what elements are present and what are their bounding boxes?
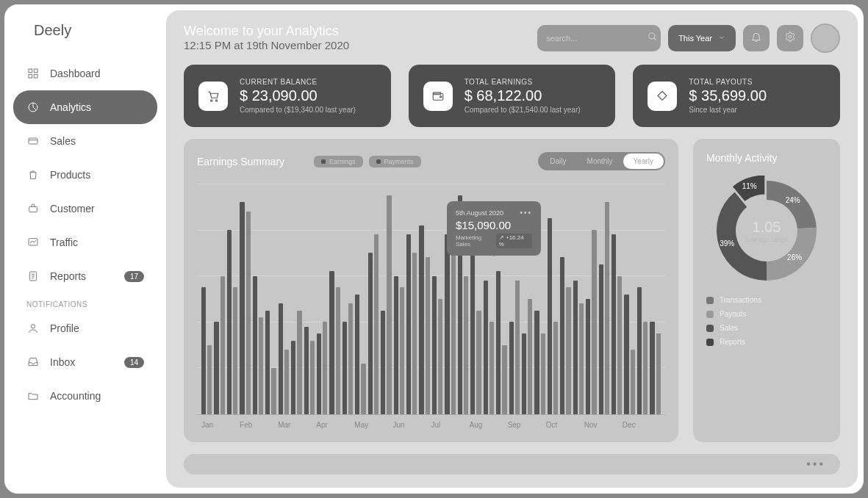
earnings-panel: Earnings Summary EarningsPayments DailyM… <box>184 139 678 442</box>
settings-button[interactable] <box>777 25 803 51</box>
donut-slice-label: 26% <box>787 253 802 261</box>
bar-group <box>432 184 442 414</box>
bar-group <box>419 184 429 414</box>
sidebar-item-label: Products <box>50 169 90 181</box>
bar-group <box>406 184 417 414</box>
bar-group <box>368 184 379 414</box>
sidebar-item-label: Traffic <box>50 237 78 248</box>
x-axis-label: Jul <box>431 421 469 429</box>
svg-rect-7 <box>29 206 37 212</box>
svg-rect-0 <box>29 69 32 73</box>
inbox-icon <box>26 356 40 369</box>
earnings-bar-chart: 5th August 2020 ••• $15,090.00 Marketing… <box>197 184 665 429</box>
sidebar-item-customer[interactable]: Customer <box>13 192 157 225</box>
chart-icon <box>26 236 40 249</box>
chevron-down-icon <box>718 34 725 43</box>
sidebar-item-analytics[interactable]: Analytics <box>13 90 157 124</box>
bar-group <box>394 184 404 414</box>
svg-rect-5 <box>29 138 37 144</box>
sidebar-item-inbox[interactable]: Inbox14 <box>13 345 157 379</box>
stat-value: $ 35,699.00 <box>689 87 767 104</box>
stat-value: $ 68,122.00 <box>465 87 581 104</box>
stat-card: TOTAL PAYOUTS$ 35,699.00Since last year <box>633 65 840 127</box>
x-axis-label: Dec <box>623 421 661 429</box>
sidebar-badge: 17 <box>124 271 144 282</box>
sidebar-item-profile[interactable]: Profile <box>13 311 157 345</box>
tooltip-change: ↗ +16.24 % <box>496 234 532 248</box>
svg-point-21 <box>440 95 441 97</box>
wallet-icon <box>423 82 453 111</box>
bar-group <box>265 184 276 414</box>
diamond-icon <box>648 82 677 111</box>
bar-group <box>560 184 570 414</box>
notification-button[interactable] <box>743 25 770 51</box>
x-axis-label: Oct <box>546 421 584 429</box>
suitcase-icon <box>26 202 40 215</box>
bar-group <box>240 184 250 414</box>
legend-label: Reports <box>720 338 745 346</box>
more-panel: ••• <box>184 454 840 474</box>
bar-group <box>548 184 558 414</box>
range-segmented-control[interactable]: DailyMonthlyYearly <box>538 152 665 170</box>
legend-swatch <box>706 297 714 304</box>
avatar[interactable] <box>811 24 840 53</box>
sidebar-item-dashboard[interactable]: Dashboard <box>13 57 157 90</box>
svg-point-18 <box>215 99 217 101</box>
sidebar-item-label: Analytics <box>50 101 91 113</box>
bar-group <box>650 184 660 414</box>
tooltip-more-icon[interactable]: ••• <box>520 209 532 217</box>
segment-yearly[interactable]: Yearly <box>623 154 664 169</box>
legend-swatch <box>706 325 714 332</box>
activity-donut-chart: 1.05 avarage range 24%26%39%11% <box>711 176 822 286</box>
search-icon <box>648 32 658 45</box>
legend-swatch <box>706 339 714 346</box>
sidebar-item-label: Reports <box>50 270 86 282</box>
gear-icon <box>784 31 796 46</box>
sidebar-item-reports[interactable]: Reports17 <box>13 259 157 293</box>
sidebar-item-label: Sales <box>50 135 76 147</box>
donut-slice-label: 11% <box>742 182 757 190</box>
sidebar-item-products[interactable]: Products <box>13 158 157 192</box>
x-axis-label: Nov <box>584 421 623 429</box>
cart-icon <box>198 82 228 111</box>
sidebar-item-label: Customer <box>50 203 95 214</box>
stat-label: TOTAL PAYOUTS <box>689 78 767 86</box>
segment-monthly[interactable]: Monthly <box>577 154 623 169</box>
year-filter-label: This Year <box>678 34 712 43</box>
tooltip-value: $15,090.00 <box>456 219 532 231</box>
bar-group <box>355 184 365 414</box>
stat-card: TOTAL EARNINGS$ 68,122.00Compared to ($2… <box>409 65 616 127</box>
more-icon[interactable]: ••• <box>806 458 825 471</box>
sidebar-item-accounting[interactable]: Accounting <box>13 379 157 413</box>
sidebar: Deely DashboardAnalyticsSalesProductsCus… <box>4 4 166 494</box>
page-title: Welcome to your Analytics <box>184 24 349 39</box>
x-axis-label: Aug <box>470 421 508 429</box>
brand-name: Deely <box>4 22 166 57</box>
legend-label: Transactions <box>720 296 761 304</box>
search-input[interactable] <box>546 34 648 43</box>
x-axis-label: Sep <box>508 421 546 429</box>
legend-pill: Payments <box>369 156 421 167</box>
header: Welcome to your Analytics 12:15 PM at 19… <box>184 24 840 53</box>
sidebar-item-traffic[interactable]: Traffic <box>13 225 157 259</box>
stat-compare: Since last year <box>689 106 767 114</box>
doc-icon <box>26 270 40 283</box>
x-axis-label: Apr <box>316 421 354 429</box>
bar-group <box>586 184 596 414</box>
sidebar-item-label: Profile <box>50 322 79 334</box>
year-filter-button[interactable]: This Year <box>668 25 736 51</box>
stat-label: TOTAL EARNINGS <box>465 78 581 86</box>
legend-label: Sales <box>720 324 738 332</box>
donut-slice-label: 24% <box>786 196 800 204</box>
donut-center-value: 1.05 <box>753 219 781 236</box>
x-axis-label: May <box>354 421 392 429</box>
pie-icon <box>26 101 40 114</box>
search-box[interactable] <box>537 25 661 51</box>
bar-group <box>637 184 648 414</box>
bell-icon <box>750 31 762 46</box>
bar-group <box>291 184 301 414</box>
svg-rect-1 <box>34 69 37 73</box>
sidebar-item-sales[interactable]: Sales <box>13 124 157 158</box>
nav-notifications: ProfileInbox14Accounting <box>4 311 166 413</box>
segment-daily[interactable]: Daily <box>539 154 576 169</box>
